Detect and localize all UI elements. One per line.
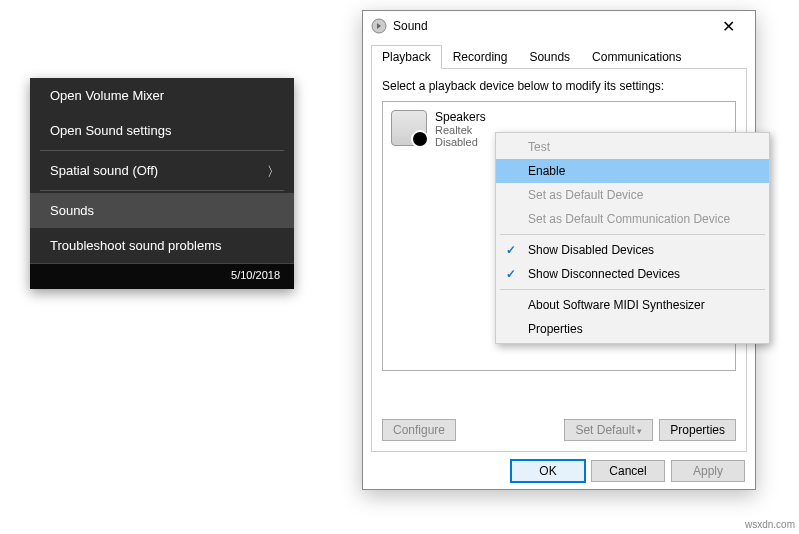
tab-strip: Playback Recording Sounds Communications — [363, 41, 755, 69]
tab-playback[interactable]: Playback — [371, 45, 442, 69]
tab-communications[interactable]: Communications — [581, 45, 692, 69]
menu-item-spatial-sound[interactable]: Spatial sound (Off) 〉 — [30, 153, 294, 188]
configure-button[interactable]: Configure — [382, 419, 456, 441]
dialog-title: Sound — [393, 19, 428, 33]
ctx-enable[interactable]: Enable — [496, 159, 769, 183]
tab-recording[interactable]: Recording — [442, 45, 519, 69]
close-button[interactable]: ✕ — [710, 13, 747, 40]
ok-button[interactable]: OK — [511, 460, 585, 482]
device-name: Speakers — [435, 110, 486, 124]
watermark: wsxdn.com — [745, 519, 795, 530]
menu-separator — [40, 190, 284, 191]
ctx-show-disconnected[interactable]: Show Disconnected Devices — [496, 262, 769, 286]
device-driver: Realtek — [435, 124, 486, 136]
apply-button[interactable]: Apply — [671, 460, 745, 482]
volume-tray-context-menu: Open Volume Mixer Open Sound settings Sp… — [30, 78, 294, 289]
menu-item-volume-mixer[interactable]: Open Volume Mixer — [30, 78, 294, 113]
device-status: Disabled — [435, 136, 486, 148]
menu-item-sounds[interactable]: Sounds — [30, 193, 294, 228]
ctx-show-disabled[interactable]: Show Disabled Devices — [496, 238, 769, 262]
set-default-button[interactable]: Set Default — [564, 419, 653, 441]
ctx-test[interactable]: Test — [496, 135, 769, 159]
tab-sounds[interactable]: Sounds — [518, 45, 581, 69]
taskbar-date: 5/10/2018 — [30, 263, 294, 289]
speaker-icon — [391, 110, 427, 146]
ctx-about-midi[interactable]: About Software MIDI Synthesizer — [496, 293, 769, 317]
device-button-row: Configure Set Default Properties — [382, 419, 736, 441]
cancel-button[interactable]: Cancel — [591, 460, 665, 482]
ctx-set-default[interactable]: Set as Default Device — [496, 183, 769, 207]
instruction-text: Select a playback device below to modify… — [382, 79, 736, 93]
titlebar: Sound ✕ — [363, 11, 755, 41]
menu-separator — [40, 150, 284, 151]
ctx-separator — [500, 234, 765, 235]
ctx-properties[interactable]: Properties — [496, 317, 769, 341]
menu-item-label: Spatial sound (Off) — [50, 163, 158, 178]
menu-item-troubleshoot[interactable]: Troubleshoot sound problems — [30, 228, 294, 263]
ctx-set-comm-default[interactable]: Set as Default Communication Device — [496, 207, 769, 231]
properties-button[interactable]: Properties — [659, 419, 736, 441]
sound-app-icon — [371, 18, 387, 34]
chevron-right-icon: 〉 — [267, 163, 280, 181]
ctx-separator — [500, 289, 765, 290]
device-context-menu: Test Enable Set as Default Device Set as… — [495, 132, 770, 344]
menu-item-sound-settings[interactable]: Open Sound settings — [30, 113, 294, 148]
dialog-button-row: OK Cancel Apply — [363, 460, 755, 492]
